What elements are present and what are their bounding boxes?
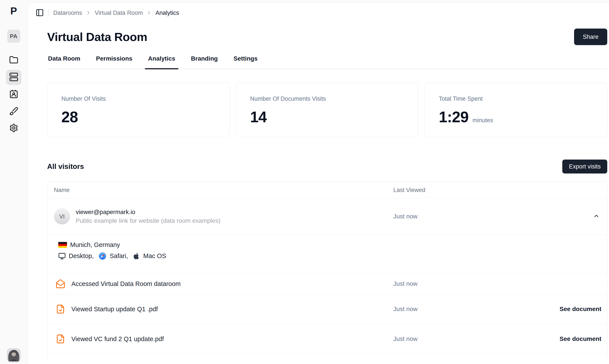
activity-time: Just now (393, 280, 504, 287)
breadcrumb-item-analytics[interactable]: Analytics (155, 10, 179, 16)
breadcrumb: Datarooms Virtual Data Room Analytics (28, 3, 609, 17)
stat-label: Total Time Spent (439, 95, 607, 102)
apple-icon (133, 252, 140, 260)
main-panel: Datarooms Virtual Data Room Analytics Vi… (27, 3, 609, 364)
visitor-os: Mac OS (143, 252, 166, 260)
visitors-heading: All visitors (47, 162, 84, 171)
file-check-icon (56, 334, 65, 344)
safari-icon (98, 252, 107, 260)
stat-suffix: minutes (472, 117, 493, 124)
branding-brush-icon (9, 106, 18, 117)
mail-open-icon (56, 279, 65, 289)
column-header-name: Name (47, 187, 393, 194)
visitor-row[interactable]: VI viewer@papermark.io Public example li… (47, 198, 607, 235)
user-avatar-photo (7, 348, 21, 362)
visitor-browser: Safari, (110, 252, 128, 260)
stats-cards: Number Of Visits 28 Number Of Documents … (47, 83, 607, 137)
table-header-row: Name Last Viewed (47, 182, 607, 198)
germany-flag-icon (58, 242, 67, 248)
activity-time: Just now (393, 306, 504, 312)
sidebar-item-settings[interactable] (6, 121, 21, 136)
tab-analytics[interactable]: Analytics (147, 55, 176, 69)
tab-permissions[interactable]: Permissions (95, 55, 133, 69)
activity-row-viewed-1: Viewed Startup update Q1 .pdf Just now S… (47, 294, 607, 324)
tab-settings[interactable]: Settings (233, 55, 258, 69)
visitor-email: viewer@papermark.io (76, 208, 221, 216)
sidebar-item-documents[interactable] (6, 53, 21, 68)
stat-card-document-visits: Number Of Documents Visits 14 (236, 83, 419, 137)
activity-text: Viewed VC fund 2 Q1 update.pdf (71, 336, 164, 343)
export-visits-button[interactable]: Export visits (562, 159, 607, 173)
folder-icon (9, 55, 18, 65)
column-header-last-viewed: Last Viewed (393, 187, 584, 194)
activity-row-viewed-2: Viewed VC fund 2 Q1 update.pdf Just now … (47, 324, 607, 354)
activity-text: Viewed Startup update Q1 .pdf (71, 306, 158, 313)
activity-time: Just now (393, 336, 504, 342)
visitor-avatar: VI (54, 208, 70, 224)
contacts-icon (9, 89, 18, 99)
file-check-icon (56, 304, 65, 314)
monitor-icon (58, 252, 66, 260)
stat-label: Number Of Documents Visits (250, 95, 418, 102)
chevron-up-icon[interactable] (593, 213, 600, 220)
tab-branding[interactable]: Branding (190, 55, 219, 69)
panel-left-icon (36, 9, 44, 18)
sidebar: P PA (0, 0, 27, 364)
visitor-last-viewed: Just now (393, 213, 584, 220)
activity-text: Accessed Virtual Data Room dataroom (71, 280, 181, 287)
stat-value: 1:29 (439, 108, 469, 126)
activity-row-accessed: Accessed Virtual Data Room dataroom Just… (47, 273, 607, 294)
stat-card-time-spent: Total Time Spent 1:29 minutes (425, 83, 607, 137)
visitors-table: Name Last Viewed VI viewer@papermark.io … (47, 182, 607, 359)
breadcrumb-divider (48, 9, 49, 17)
chevron-right-icon (146, 10, 152, 16)
app-logo[interactable]: P (10, 5, 17, 17)
share-button[interactable]: Share (574, 28, 607, 45)
user-avatar[interactable] (7, 348, 21, 362)
see-document-link[interactable]: See document (504, 336, 607, 342)
chevron-right-icon (85, 10, 91, 16)
stat-label: Number Of Visits (61, 95, 230, 102)
tab-bar: Data Room Permissions Analytics Branding… (47, 55, 607, 69)
breadcrumb-item-datarooms[interactable]: Datarooms (53, 10, 82, 16)
sidebar-toggle-button[interactable] (35, 9, 44, 17)
settings-gear-icon (9, 123, 18, 133)
page-title: Virtual Data Room (47, 30, 147, 44)
sidebar-item-branding[interactable] (6, 104, 21, 119)
visitor-link-description: Public example link for website (data ro… (76, 217, 221, 224)
visitor-location: Munich, Germany (70, 241, 120, 248)
visitor-device: Desktop, (69, 252, 94, 260)
datarooms-server-icon (9, 72, 18, 82)
visitor-details-row: Munich, Germany Desktop, Safari, (47, 235, 607, 273)
team-badge[interactable]: PA (7, 30, 20, 43)
sidebar-item-datarooms[interactable] (6, 70, 21, 85)
sidebar-item-contacts[interactable] (6, 87, 21, 102)
stat-value: 28 (61, 108, 78, 126)
table-row (47, 354, 607, 359)
breadcrumb-item-dataroom[interactable]: Virtual Data Room (95, 10, 143, 16)
stat-value: 14 (250, 108, 267, 126)
tab-data-room[interactable]: Data Room (47, 55, 81, 69)
stat-card-visits: Number Of Visits 28 (47, 83, 230, 137)
see-document-link[interactable]: See document (504, 306, 607, 312)
